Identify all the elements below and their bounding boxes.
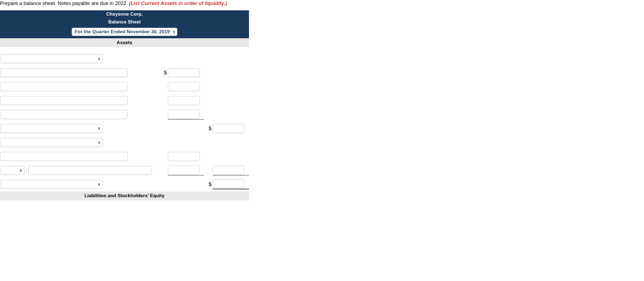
asset-line-1: $: [0, 66, 249, 80]
less-select[interactable]: ▲▼: [0, 166, 25, 175]
asset-amount-input-1[interactable]: [168, 68, 200, 77]
asset-account-input-3[interactable]: [0, 96, 128, 105]
asset-total-row: ▲▼ $: [0, 177, 249, 191]
dollar-sign: $: [204, 125, 213, 132]
dollar-sign: $: [204, 181, 213, 187]
asset-amount-input-2[interactable]: [168, 82, 200, 91]
asset-category-select-1[interactable]: ▲▼: [0, 54, 103, 63]
instruction-normal: Prepare a balance sheet. Notes payable a…: [0, 1, 129, 6]
dollar-sign: $: [134, 70, 168, 76]
asset-amount-input-4[interactable]: [168, 110, 200, 119]
less-amount-input[interactable]: [168, 166, 200, 175]
asset-account-input-4[interactable]: [0, 110, 128, 119]
asset-account-input-2[interactable]: [0, 82, 128, 91]
less-account-input[interactable]: [28, 166, 152, 175]
stepper-icon: ▲▼: [173, 30, 175, 34]
asset-amount-input-5[interactable]: [168, 152, 200, 161]
asset-amount-input-3[interactable]: [168, 96, 200, 105]
net-amount-input[interactable]: [213, 166, 245, 175]
assets-section-header: Assets: [0, 38, 249, 47]
assets-rows: ▲▼ $: [0, 47, 249, 191]
sheet-title: Balance Sheet: [0, 18, 249, 26]
asset-category-row-2: ▲▼: [0, 135, 249, 149]
balance-sheet: Cheyenne Corp. Balance Sheet For the Qua…: [0, 10, 249, 200]
period-row: For the Quarter Ended November 30, 2019 …: [0, 26, 249, 38]
asset-less-row: ▲▼ :: [0, 163, 249, 177]
asset-total-amount[interactable]: [213, 179, 245, 188]
company-name: Cheyenne Corp.: [0, 10, 249, 18]
stepper-icon: ▲▼: [98, 141, 100, 144]
total-double-underline: [213, 179, 249, 190]
asset-subtotal-amount-1[interactable]: [213, 124, 245, 133]
stepper-icon: ▲▼: [20, 169, 22, 172]
asset-line-5: [0, 149, 249, 163]
asset-line-3: [0, 94, 249, 108]
liabilities-section-header: Liabilities and Stockholders’ Equity: [0, 191, 249, 200]
asset-line-2: [0, 80, 249, 94]
colon-label: :: [25, 168, 28, 173]
instruction-emphasis: (List Current Assets in order of liquidi…: [129, 1, 227, 6]
stepper-icon: ▲▼: [98, 183, 100, 186]
asset-total-select[interactable]: ▲▼: [0, 180, 103, 189]
stepper-icon: ▲▼: [98, 127, 100, 130]
asset-category-select-2[interactable]: ▲▼: [0, 138, 103, 147]
instruction-text: Prepare a balance sheet. Notes payable a…: [0, 0, 644, 10]
period-select-value: For the Quarter Ended November 30, 2019: [75, 29, 170, 35]
subtotal-underline: [213, 166, 249, 175]
asset-line-4: [0, 108, 249, 122]
asset-category-row-1: ▲▼: [0, 52, 249, 66]
period-select[interactable]: For the Quarter Ended November 30, 2019 …: [72, 28, 177, 36]
subtotal-underline: [168, 110, 204, 120]
asset-account-input-1[interactable]: [0, 68, 128, 77]
stepper-icon: ▲▼: [98, 57, 100, 60]
asset-subtotal-row-1: ▲▼ $: [0, 122, 249, 135]
subtotal-underline: [168, 166, 204, 175]
asset-subtotal-select-1[interactable]: ▲▼: [0, 124, 103, 133]
asset-account-input-5[interactable]: [0, 152, 128, 161]
